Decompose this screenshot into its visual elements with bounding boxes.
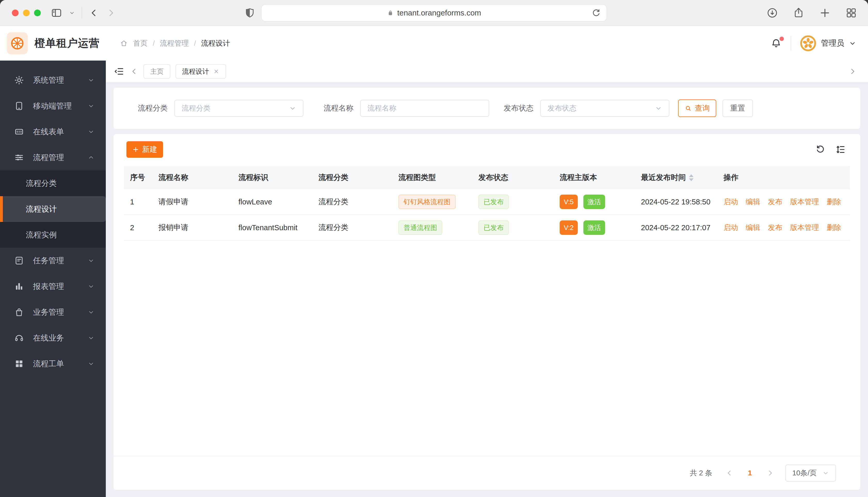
sidebar-item-flow-management[interactable]: 流程管理 — [0, 145, 106, 170]
tabs-scroll-right-icon[interactable] — [849, 67, 857, 75]
submenu-label: 流程实例 — [26, 230, 57, 240]
flow-category: 流程分类 — [318, 197, 348, 207]
sidebar-item-task-management[interactable]: 任务管理 — [0, 248, 106, 273]
next-page-icon[interactable] — [766, 469, 774, 477]
sidebar-item-flow-category[interactable]: 流程分类 — [0, 170, 106, 196]
sidebar: 系统管理 移动端管理 在线表单 流程管理 流程分类 流程设计 流程 — [0, 60, 106, 497]
tabs-scroll-left-icon[interactable] — [130, 67, 138, 75]
zoom-window-button[interactable] — [34, 10, 41, 16]
filter-status-select[interactable]: 发布状态 — [540, 100, 669, 117]
user-menu[interactable]: 管理员 — [800, 35, 856, 52]
avatar — [800, 35, 816, 52]
share-icon[interactable] — [793, 7, 804, 19]
sidebar-item-report-management[interactable]: 报表管理 — [0, 273, 106, 299]
chevron-down-icon[interactable] — [69, 10, 75, 16]
breadcrumb-separator: / — [194, 39, 196, 47]
action-version-manage[interactable]: 版本管理 — [790, 197, 819, 207]
user-name: 管理员 — [821, 38, 844, 48]
col-header-actions: 操作 — [717, 172, 850, 183]
col-header-publish-time[interactable]: 最近发布时间 — [635, 172, 717, 183]
app-title: 橙单租户运营 — [35, 36, 100, 50]
pagination-total: 共 2 条 — [690, 468, 712, 478]
page-size-select[interactable]: 10条/页 — [785, 465, 836, 482]
notification-badge — [780, 37, 784, 41]
col-header-index: 序号 — [124, 172, 152, 183]
active-status-tag: 激活 — [583, 221, 605, 235]
forward-button-icon[interactable] — [106, 8, 116, 18]
refresh-icon[interactable] — [815, 144, 826, 155]
sidebar-item-flow-design[interactable]: 流程设计 — [0, 196, 106, 222]
bar-chart-icon — [14, 281, 24, 292]
chevron-down-icon — [88, 128, 94, 135]
sidebar-item-mobile[interactable]: 移动端管理 — [0, 93, 106, 119]
action-delete[interactable]: 删除 — [827, 197, 841, 207]
sort-caret-icon[interactable] — [689, 174, 693, 181]
chevron-down-icon — [289, 105, 296, 112]
breadcrumb-home[interactable]: 首页 — [133, 39, 148, 48]
address-bar[interactable]: tenant.orangeforms.com — [261, 4, 607, 22]
action-edit[interactable]: 编辑 — [746, 197, 760, 207]
action-publish[interactable]: 发布 — [768, 223, 782, 232]
sidebar-item-flow-workorder[interactable]: 流程工单 — [0, 351, 106, 377]
row-density-icon[interactable] — [836, 144, 846, 155]
pagination: 共 2 条 1 10条/页 — [113, 456, 860, 490]
sidebar-item-label: 在线业务 — [33, 333, 64, 343]
close-window-button[interactable] — [12, 10, 18, 16]
breadcrumb-flow-management[interactable]: 流程管理 — [160, 39, 189, 48]
tab-overview-icon[interactable] — [845, 7, 857, 19]
flow-name: 请假申请 — [159, 197, 188, 207]
col-header-version: 流程主版本 — [553, 172, 635, 183]
minimize-window-button[interactable] — [23, 10, 30, 16]
row-actions: 启动编辑发布版本管理删除 — [717, 223, 850, 232]
close-tab-icon[interactable] — [213, 68, 219, 74]
create-button[interactable]: 新建 — [126, 141, 163, 158]
sidebar-item-system[interactable]: 系统管理 — [0, 67, 106, 93]
action-start[interactable]: 启动 — [724, 197, 738, 207]
action-start[interactable]: 启动 — [724, 223, 738, 232]
flow-key: flowLeave — [238, 198, 272, 206]
published-time: 2024-05-22 20:17:07 — [641, 224, 710, 232]
back-button-icon[interactable] — [89, 8, 99, 18]
breadcrumb-current: 流程设计 — [201, 39, 230, 48]
browser-sidebar-toggle-icon[interactable] — [51, 7, 63, 19]
new-tab-icon[interactable] — [819, 7, 831, 19]
prev-page-icon[interactable] — [726, 469, 733, 477]
submenu-label: 流程设计 — [26, 204, 57, 214]
publish-status-tag: 已发布 — [478, 195, 509, 209]
sidebar-item-business-management[interactable]: 业务管理 — [0, 299, 106, 325]
tab-list-icon[interactable] — [113, 66, 124, 77]
filter-category-select[interactable]: 流程分类 — [175, 100, 303, 117]
downloads-icon[interactable] — [766, 7, 778, 19]
page-size-label: 10条/页 — [793, 468, 817, 478]
row-actions: 启动编辑发布版本管理删除 — [717, 197, 850, 207]
reset-button[interactable]: 重置 — [722, 100, 753, 117]
reload-icon[interactable] — [591, 8, 601, 18]
filter-name-label: 流程名称 — [323, 103, 354, 113]
notifications-button[interactable] — [770, 38, 782, 49]
tab-flow-design[interactable]: 流程设计 — [176, 64, 226, 79]
sidebar-item-online-business[interactable]: 在线业务 — [0, 325, 106, 351]
url-text: tenant.orangeforms.com — [397, 9, 481, 17]
row-index: 1 — [130, 198, 134, 206]
plus-icon — [132, 146, 139, 153]
sidebar-item-label: 流程工单 — [33, 358, 64, 369]
query-button[interactable]: 查询 — [678, 100, 716, 117]
tab-home[interactable]: 主页 — [143, 64, 170, 79]
sidebar-item-online-forms[interactable]: 在线表单 — [0, 119, 106, 145]
privacy-shield-icon[interactable] — [244, 7, 256, 18]
filter-name-input[interactable]: 流程名称 — [360, 100, 489, 117]
input-placeholder: 流程名称 — [368, 103, 482, 113]
chevron-down-icon — [88, 103, 94, 109]
flow-table-panel: 新建 序号 流程名称 流程标识 流程分类 流程图类 — [113, 134, 860, 490]
sidebar-item-label: 报表管理 — [33, 281, 64, 292]
action-version-manage[interactable]: 版本管理 — [790, 223, 819, 232]
action-delete[interactable]: 删除 — [827, 223, 841, 232]
reset-button-label: 重置 — [730, 103, 745, 113]
sidebar-item-label: 流程管理 — [33, 152, 64, 163]
pagination-page-1[interactable]: 1 — [748, 469, 752, 477]
action-edit[interactable]: 编辑 — [746, 223, 760, 232]
col-header-diagram-type: 流程图类型 — [392, 172, 472, 183]
chevron-down-icon — [88, 360, 94, 367]
sidebar-item-flow-instance[interactable]: 流程实例 — [0, 222, 106, 248]
action-publish[interactable]: 发布 — [768, 197, 782, 207]
